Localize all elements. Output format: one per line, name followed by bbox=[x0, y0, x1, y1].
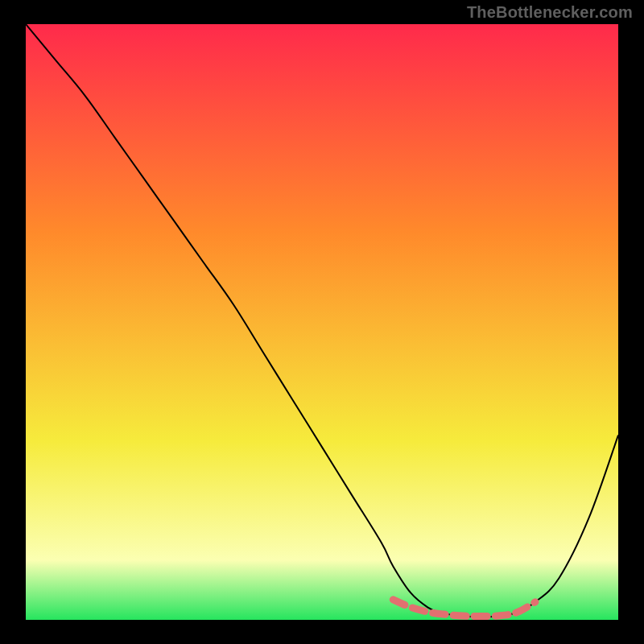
plot-area bbox=[26, 24, 618, 620]
attribution-label: TheBottlenecker.com bbox=[467, 3, 633, 22]
chart-container: TheBottlenecker.com bbox=[0, 0, 644, 644]
gradient-background bbox=[26, 24, 618, 620]
bottleneck-chart-svg bbox=[26, 24, 618, 620]
